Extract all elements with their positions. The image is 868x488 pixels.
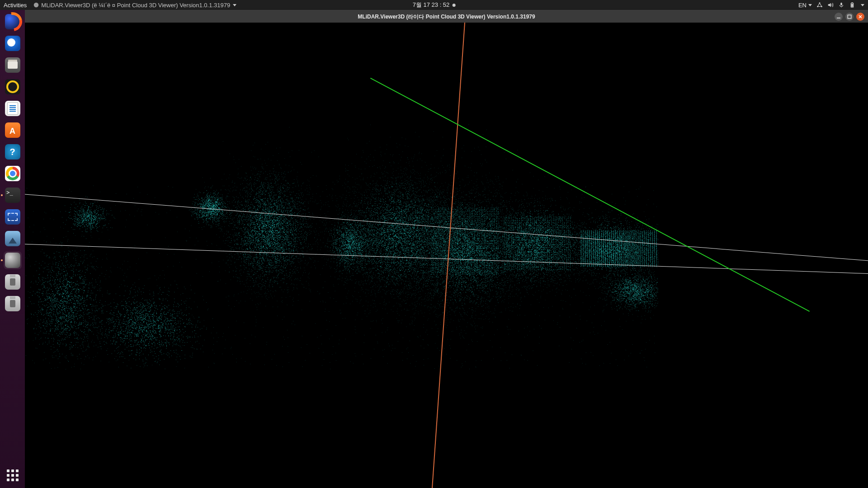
svg-point-0 <box>34 3 39 8</box>
firefox-icon[interactable] <box>4 13 22 31</box>
thunderbird-icon[interactable] <box>4 34 22 52</box>
files-icon[interactable] <box>4 56 22 74</box>
screenshot-icon[interactable] <box>4 208 22 226</box>
usb-drive-icon[interactable] <box>4 273 22 291</box>
software-center-icon[interactable] <box>4 121 22 139</box>
gnome-top-bar: Activities MLiDAR.Viewer3D (ë ¼ì´ë ¤ Poi… <box>0 0 658 10</box>
active-app-menu[interactable]: MLiDAR.Viewer3D (ë ¼ì´ë ¤ Point Cloud 3D… <box>33 2 236 9</box>
activities-button[interactable]: Activities <box>4 2 27 9</box>
clock-area[interactable]: 7월 17 23 : 52 <box>413 1 456 9</box>
image-viewer-icon[interactable] <box>4 230 22 248</box>
app-indicator-icon <box>33 2 39 8</box>
chevron-down-icon <box>233 4 236 6</box>
mlidar-window: MLiDAR.Viewer3D (라이다 Point Cloud 3D View… <box>25 10 658 369</box>
pointcloud-canvas[interactable] <box>25 23 658 369</box>
chrome-icon[interactable] <box>4 164 22 183</box>
mlidar-viewer-icon[interactable] <box>4 251 22 269</box>
usb-drive-icon-2[interactable] <box>4 295 22 313</box>
pointcloud-viewport[interactable] <box>25 23 658 369</box>
active-app-title: MLiDAR.Viewer3D (ë ¼ì´ë ¤ Point Cloud 3D… <box>41 2 230 9</box>
window-titlebar[interactable]: MLiDAR.Viewer3D (라이다 Point Cloud 3D View… <box>25 11 658 23</box>
rhythmbox-icon[interactable] <box>4 78 22 96</box>
window-title: MLiDAR.Viewer3D (라이다 Point Cloud 3D View… <box>358 13 535 21</box>
libreoffice-writer-icon[interactable] <box>4 99 22 117</box>
clock-text: 7월 17 23 : 52 <box>413 1 450 9</box>
terminal-icon[interactable] <box>4 186 22 204</box>
ubuntu-dock <box>0 10 25 369</box>
notification-dot-icon <box>452 4 455 7</box>
help-icon[interactable] <box>4 143 22 161</box>
